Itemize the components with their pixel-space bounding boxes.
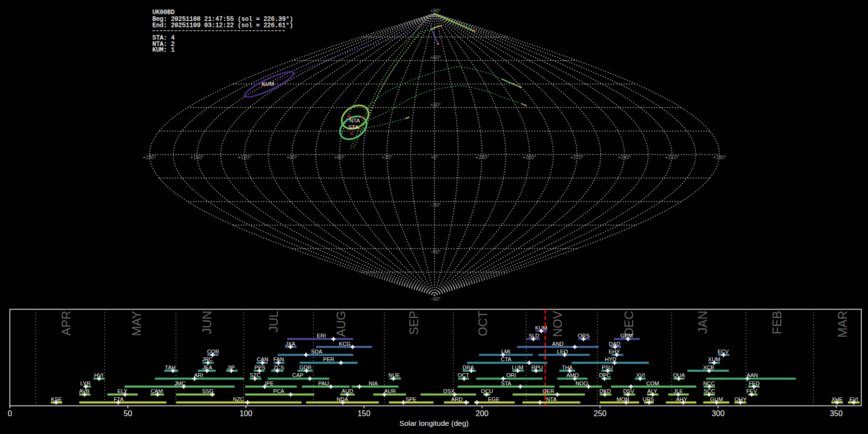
svg-text:KSE: KSE: [51, 396, 62, 402]
svg-text:JLE: JLE: [674, 388, 683, 394]
svg-text:NDA: NDA: [337, 396, 348, 402]
svg-text:300: 300: [712, 409, 725, 418]
svg-text:LUM: LUM: [512, 365, 524, 370]
svg-text:NUE: NUE: [388, 372, 400, 378]
svg-text:+30°: +30°: [430, 102, 441, 108]
svg-text:EHY: EHY: [609, 349, 620, 354]
svg-text:+300°: +300°: [523, 154, 536, 160]
svg-text:CAM: CAM: [150, 388, 163, 394]
svg-text:KUM: KUM: [535, 325, 547, 331]
svg-text:DKD: DKD: [599, 388, 611, 394]
svg-text:HVI: HVI: [95, 372, 104, 378]
svg-text:PSU: PSU: [602, 365, 613, 370]
svg-text:0: 0: [8, 409, 12, 418]
svg-text:JMC: JMC: [174, 380, 185, 386]
svg-text:ARI: ARI: [194, 372, 203, 378]
svg-text:ELY: ELY: [118, 388, 128, 394]
svg-text:NOV: NOV: [551, 311, 564, 337]
svg-text:JUN: JUN: [200, 311, 214, 335]
svg-text:SSG: SSG: [202, 388, 214, 394]
svg-text:EGE: EGE: [488, 396, 500, 402]
svg-text:UK00BD: UK00BD: [152, 9, 175, 16]
svg-text:+90°: +90°: [430, 8, 441, 14]
svg-text:JRC: JRC: [202, 356, 213, 362]
svg-text:50: 50: [123, 409, 132, 418]
svg-text:APR: APR: [59, 311, 73, 336]
svg-text:EVI: EVI: [849, 396, 858, 402]
svg-text:+180°: +180°: [713, 154, 726, 160]
svg-text:GDR: GDR: [299, 365, 312, 370]
svg-text:CTA: CTA: [501, 356, 512, 362]
svg-text:SDA: SDA: [311, 349, 323, 354]
svg-text:SPE: SPE: [406, 396, 417, 402]
svg-text:JAN: JAN: [696, 311, 709, 334]
svg-text:PER: PER: [323, 356, 334, 362]
svg-text:OCT: OCT: [476, 311, 489, 337]
svg-text:AUR: AUR: [384, 388, 396, 394]
svg-text:FEB: FEB: [770, 311, 784, 335]
svg-text:XCB: XCB: [703, 365, 714, 370]
svg-text:SZC: SZC: [250, 372, 261, 378]
svg-text:RPU: RPU: [531, 365, 543, 370]
svg-text:MON: MON: [617, 396, 629, 402]
svg-text:AUD: AUD: [342, 388, 353, 394]
svg-text:NTA: NTA: [546, 396, 556, 402]
svg-text:NCC: NCC: [703, 380, 715, 386]
svg-text:KCG: KCG: [339, 341, 351, 347]
svg-text:OER: OER: [542, 388, 554, 394]
svg-text:DSV: DSV: [623, 388, 635, 394]
svg-text:DPC: DPC: [599, 372, 610, 378]
svg-text:+30°: +30°: [381, 154, 392, 160]
svg-text:+330°: +330°: [475, 154, 489, 160]
svg-text:PCA: PCA: [273, 388, 285, 394]
svg-text:OCU: OCU: [481, 388, 493, 394]
svg-text:+60°: +60°: [430, 54, 441, 60]
svg-text:End: 20251109 03:12:22 (sol =: End: 20251109 03:12:22 (sol = 226.61°): [152, 22, 293, 29]
svg-text:NIA: NIA: [368, 380, 378, 386]
svg-text:OHY: OHY: [734, 396, 746, 402]
svg-text:150: 150: [357, 409, 370, 418]
svg-text:JUL: JUL: [267, 311, 280, 332]
svg-text:350: 350: [830, 409, 843, 418]
svg-text:LMI: LMI: [501, 349, 510, 354]
svg-text:GUM: GUM: [710, 396, 723, 402]
svg-text:AAN: AAN: [746, 372, 758, 378]
svg-text:−90°: −90°: [430, 296, 441, 302]
svg-text:TAH: TAH: [165, 365, 176, 370]
svg-text:Solar longitude (deg): Solar longitude (deg): [399, 419, 469, 427]
svg-text:−60°: −60°: [430, 249, 441, 255]
svg-text:XVI: XVI: [636, 372, 645, 378]
svg-text:SCC: SCC: [704, 388, 715, 394]
svg-text:ALY: ALY: [647, 388, 657, 394]
svg-text:+180°: +180°: [143, 154, 156, 160]
svg-text:HYD: HYD: [605, 356, 616, 362]
svg-text:KUM: 1: KUM: 1: [152, 46, 175, 54]
svg-text:+60°: +60°: [334, 154, 345, 160]
svg-text:STA: STA: [501, 380, 512, 386]
svg-text:XUM: XUM: [708, 356, 720, 362]
svg-text:LYR: LYR: [80, 380, 90, 386]
svg-text:AMO: AMO: [567, 372, 579, 378]
svg-text:AUG: AUG: [334, 311, 348, 337]
svg-text:KUM: KUM: [262, 81, 274, 87]
svg-text:AHY: AHY: [676, 396, 688, 402]
svg-text:FAN: FAN: [273, 356, 284, 362]
svg-text:FTA: FTA: [114, 396, 124, 402]
svg-text:JXA: JXA: [285, 341, 296, 347]
svg-text:250: 250: [594, 409, 607, 418]
svg-text:ARD: ARD: [451, 396, 463, 402]
svg-text:JIP: JIP: [227, 365, 235, 370]
svg-text:URS: URS: [642, 396, 654, 402]
svg-text:+210°: +210°: [665, 154, 679, 160]
svg-text:CAP: CAP: [292, 372, 303, 378]
svg-text:FED: FED: [749, 380, 760, 386]
svg-text:MAR: MAR: [836, 311, 849, 338]
svg-text:STA: STA: [348, 124, 359, 130]
svg-text:ORI: ORI: [506, 372, 516, 378]
svg-text:LEO: LEO: [557, 349, 568, 354]
svg-text:DSX: DSX: [443, 388, 455, 394]
svg-text:+120°: +120°: [238, 154, 251, 160]
svg-text:ERI: ERI: [317, 333, 326, 339]
svg-text:IPE: IPE: [265, 380, 274, 386]
svg-text:GEM: GEM: [620, 333, 633, 339]
